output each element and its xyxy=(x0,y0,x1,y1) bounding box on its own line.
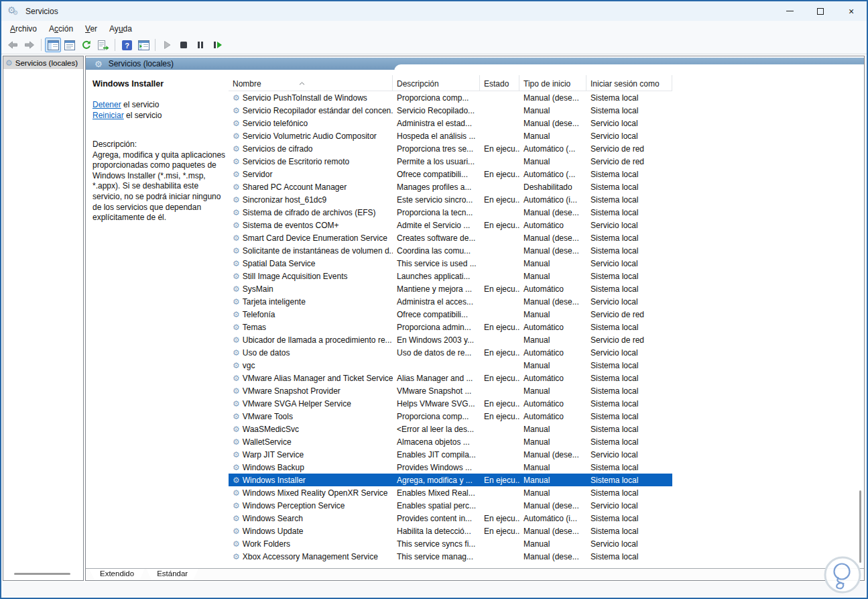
cell-status xyxy=(480,499,519,512)
export-list-button[interactable] xyxy=(95,38,111,52)
cell-status: En ejecu... xyxy=(480,193,519,206)
table-row[interactable]: ⚙VMware SVGA Helper ServiceHelps VMware … xyxy=(229,397,672,410)
table-row[interactable]: ⚙SysMainMantiene y mejora ...En ejecu...… xyxy=(229,282,672,295)
cell-status xyxy=(480,359,519,372)
table-row[interactable]: ⚙Windows Perception ServiceEnables spati… xyxy=(229,499,672,512)
minimize-button[interactable] xyxy=(774,1,805,21)
table-row[interactable]: ⚙Windows BackupProvides Windows ...Manua… xyxy=(229,461,672,474)
table-row[interactable]: ⚙Sincronizar host_61dc9Este servicio sin… xyxy=(229,193,672,206)
table-row[interactable]: ⚙Windows SearchProvides content in...En … xyxy=(229,512,672,525)
restart-service-button[interactable] xyxy=(209,38,225,52)
service-gear-icon: ⚙ xyxy=(233,208,240,217)
column-header-estado[interactable]: Estado xyxy=(480,75,519,91)
cell-description: Mantiene y mejora ... xyxy=(393,282,480,295)
restart-service-link[interactable]: Reiniciar xyxy=(92,111,124,120)
cell-status xyxy=(480,486,519,499)
cell-name: ⚙Tarjeta inteligente xyxy=(229,295,393,308)
cell-name: ⚙Windows Mixed Reality OpenXR Service xyxy=(229,486,393,499)
tab-estandar[interactable]: Estándar xyxy=(146,569,198,580)
start-service-button[interactable] xyxy=(159,38,175,52)
table-row[interactable]: ⚙Sistema de cifrado de archivos (EFS)Pro… xyxy=(229,206,672,219)
stop-service-suffix: el servicio xyxy=(121,100,160,109)
help-button[interactable]: ? xyxy=(119,38,135,52)
table-row[interactable]: ⚙vgcManualSistema local xyxy=(229,359,672,372)
refresh-button[interactable] xyxy=(78,38,95,52)
close-button[interactable]: × xyxy=(836,1,867,21)
service-gear-icon: ⚙ xyxy=(233,437,240,447)
table-row[interactable]: ⚙Windows UpdateHabilita la detecció...En… xyxy=(229,525,672,537)
table-row[interactable]: ⚙Smart Card Device Enumeration ServiceCr… xyxy=(229,231,672,244)
table-row[interactable]: ⚙Tarjeta inteligenteAdministra el acces.… xyxy=(229,295,672,308)
cell-description: Manages profiles a... xyxy=(393,180,480,193)
show-action-pane-button[interactable] xyxy=(135,38,151,52)
column-header-iniciar-sesion-como[interactable]: Iniciar sesión como xyxy=(586,75,672,91)
table-row[interactable]: ⚙Servicios de Escritorio remotoPermite a… xyxy=(229,155,672,168)
table-row[interactable]: ⚙Solicitante de instantáneas de volumen … xyxy=(229,244,672,257)
table-row[interactable]: ⚙Windows Mixed Reality OpenXR ServiceEna… xyxy=(229,486,672,499)
table-row[interactable]: ⚙Servicios de cifradoProporciona tres se… xyxy=(229,142,672,155)
tab-extendido[interactable]: Extendido xyxy=(89,569,145,580)
cell-description: This service is used ... xyxy=(393,257,480,270)
table-row[interactable]: ⚙Work FoldersThis service syncs fi...Man… xyxy=(229,537,672,550)
menu-item-accion[interactable]: Acción xyxy=(43,22,79,36)
tree-horizontal-scrollbar[interactable] xyxy=(14,573,70,575)
show-console-tree-button[interactable] xyxy=(45,38,61,52)
tree-item-servicios-locales[interactable]: ⚙ Servicios (locales) xyxy=(3,56,83,69)
cell-name: ⚙VMware SVGA Helper Service xyxy=(229,397,393,410)
menu-item-ver[interactable]: Ver xyxy=(79,22,103,36)
forward-button[interactable] xyxy=(21,38,38,52)
table-row[interactable]: ⚙Ubicador de llamada a procedimiento re.… xyxy=(229,333,672,346)
table-row[interactable]: ⚙Sistema de eventos COM+Admite el Servic… xyxy=(229,219,672,231)
table-row[interactable]: ⚙WalletServiceAlmacena objetos ...Manual… xyxy=(229,435,672,448)
table-row[interactable]: ⚙Servicio Volumetric Audio CompositorHos… xyxy=(229,129,672,142)
table-row[interactable]: ⚙VMware ToolsProporciona comp...En ejecu… xyxy=(229,410,672,423)
maximize-button[interactable] xyxy=(805,1,836,21)
column-header-descripcion[interactable]: Descripción xyxy=(393,75,480,91)
properties-button[interactable] xyxy=(62,38,78,52)
table-row[interactable]: ⚙TemasProporciona admin...En ejecu...Aut… xyxy=(229,321,672,333)
cell-description: Agrega, modifica y ... xyxy=(393,474,480,486)
back-button[interactable] xyxy=(5,38,21,52)
table-row[interactable]: ⚙Servicio telefónicoAdministra el estad.… xyxy=(229,117,672,129)
cell-name: ⚙Temas xyxy=(229,321,393,333)
table-header: Nombre Descripción Estado Tipo de inicio… xyxy=(229,75,672,91)
cell-log-on_as: Servicio de red xyxy=(586,308,672,321)
table-row[interactable]: ⚙Servicio Recopilador estándar del conce… xyxy=(229,104,672,117)
table-row[interactable]: ⚙Still Image Acquisition EventsLaunches … xyxy=(229,270,672,282)
vertical-scrollbar[interactable] xyxy=(859,490,861,563)
service-gear-icon: ⚙ xyxy=(233,131,240,141)
table-row[interactable]: ⚙WaaSMedicSvc<Error al leer la des...Man… xyxy=(229,423,672,435)
cell-status xyxy=(480,448,519,461)
cell-log-on_as: Sistema local xyxy=(586,193,672,206)
cell-log-on_as: Sistema local xyxy=(586,231,672,244)
cell-name: ⚙VMware Snapshot Provider xyxy=(229,384,393,397)
menubar: ArchivoAcciónVerAyuda xyxy=(1,21,867,36)
table-row[interactable]: ⚙Servicio PushToInstall de WindowsPropor… xyxy=(229,91,672,104)
column-header-nombre[interactable]: Nombre xyxy=(229,75,393,91)
help-icon: ? xyxy=(122,40,132,50)
menu-item-archivo[interactable]: Archivo xyxy=(4,22,43,36)
cell-status xyxy=(480,308,519,321)
table-row[interactable]: ⚙VMware Alias Manager and Ticket Service… xyxy=(229,372,672,384)
service-gear-icon: ⚙ xyxy=(233,170,240,179)
table-row[interactable]: ⚙Spatial Data ServiceThis service is use… xyxy=(229,257,672,270)
column-header-tipo-de-inicio[interactable]: Tipo de inicio xyxy=(519,75,586,91)
pause-service-button[interactable] xyxy=(192,38,208,52)
restart-icon xyxy=(212,40,223,50)
table-row[interactable]: ⚙Windows InstallerAgrega, modifica y ...… xyxy=(229,474,672,486)
stop-service-link[interactable]: Detener xyxy=(92,100,121,109)
table-row[interactable]: ⚙Warp JIT ServiceEnables JIT compila...M… xyxy=(229,448,672,461)
table-row[interactable]: ⚙Uso de datosUso de datos de re...En eje… xyxy=(229,346,672,359)
menu-item-ayuda[interactable]: Ayuda xyxy=(103,22,138,36)
cell-startup-type: Manual xyxy=(519,333,586,346)
table-row[interactable]: ⚙ServidorOfrece compatibili...En ejecu..… xyxy=(229,168,672,180)
cell-description: Ofrece compatibili... xyxy=(393,308,480,321)
cell-description: Ofrece compatibili... xyxy=(393,168,480,180)
cell-startup-type: Automático (i... xyxy=(519,193,586,206)
stop-service-button[interactable] xyxy=(176,38,192,52)
action-pane-icon xyxy=(138,40,149,50)
table-row[interactable]: ⚙Shared PC Account ManagerManages profil… xyxy=(229,180,672,193)
table-row[interactable]: ⚙TelefoníaOfrece compatibili...ManualSer… xyxy=(229,308,672,321)
table-row[interactable]: ⚙VMware Snapshot ProviderVMware Snapshot… xyxy=(229,384,672,397)
table-row[interactable]: ⚙Xbox Accessory Management ServiceThis s… xyxy=(229,550,672,563)
